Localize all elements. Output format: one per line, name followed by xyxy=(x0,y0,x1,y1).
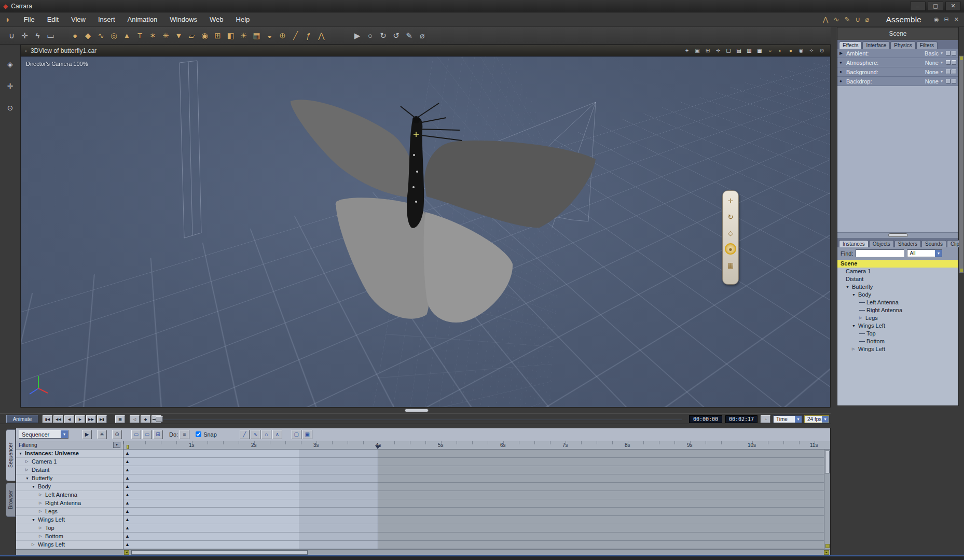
menu-animation[interactable]: Animation xyxy=(121,14,164,25)
snap-checkbox[interactable] xyxy=(196,431,201,437)
keyframe-icon[interactable]: ▲ xyxy=(125,459,130,464)
tree-row[interactable]: Bottom xyxy=(837,338,958,345)
camera-track-icon[interactable]: ✦ xyxy=(683,47,691,55)
pan-nav-icon[interactable]: ✛ xyxy=(4,80,17,92)
paint-shader-icon[interactable]: ▦ xyxy=(725,259,736,271)
smooth-shade-icon[interactable]: ● xyxy=(787,47,795,55)
menu-file[interactable]: File xyxy=(18,14,41,25)
find-input[interactable] xyxy=(856,249,904,257)
linear-tweener-icon[interactable]: ╱ xyxy=(240,430,250,439)
sequencer-mode-dropdown[interactable]: Sequencer ▾ xyxy=(19,430,68,439)
seq-tree-row[interactable]: ▼Wings Left xyxy=(16,516,123,524)
expander-icon[interactable]: ▷ xyxy=(852,347,858,351)
tree-row[interactable]: ▷Legs xyxy=(837,314,958,322)
chevron-down-icon[interactable]: ▾ xyxy=(61,430,68,438)
room-magnet-icon[interactable]: ∪ xyxy=(855,16,860,23)
expander-icon[interactable]: ▼ xyxy=(19,452,25,455)
tab-sequencer[interactable]: Sequencer xyxy=(6,429,16,481)
tree-row[interactable]: Right Antenna xyxy=(837,306,958,314)
animate-button[interactable]: Animate xyxy=(6,415,38,423)
clock-icon[interactable]: ◔ xyxy=(761,415,770,423)
single-pane-icon[interactable]: ▢ xyxy=(724,47,733,55)
menu-view[interactable]: View xyxy=(65,14,92,25)
camera-dolly-icon[interactable]: ✛ xyxy=(714,47,722,55)
expander-icon[interactable]: ▼ xyxy=(852,293,858,297)
eye-preview-icon[interactable]: ◒ xyxy=(263,29,276,42)
spline-object-icon[interactable]: ∿ xyxy=(94,29,107,42)
scroll-right-nub[interactable]: ▸ xyxy=(824,550,829,555)
seq-tree-row[interactable]: ▷Distant xyxy=(16,466,123,474)
grid-toggle-icon[interactable]: ⊞ xyxy=(153,430,163,439)
tree-row[interactable]: ▼Body xyxy=(837,291,958,299)
jump-start-button[interactable]: ▮◀ xyxy=(43,415,52,423)
menu-windows[interactable]: Windows xyxy=(163,14,203,25)
keyframe-icon[interactable]: ▲ xyxy=(125,542,130,547)
track-row[interactable]: ▲ xyxy=(123,541,824,549)
pointer-select-icon[interactable]: ▶ xyxy=(351,29,364,42)
loop-section-icon[interactable]: ▢ xyxy=(292,430,301,439)
chevron-down-icon[interactable]: ▾ xyxy=(113,442,120,448)
playhead-marker[interactable] xyxy=(375,445,380,449)
track-row[interactable]: ▲ xyxy=(123,458,824,466)
four-pane-icon[interactable]: ▦ xyxy=(755,47,764,55)
room-landscape-icon[interactable]: ⋀ xyxy=(823,16,829,23)
seq-tree-row[interactable]: ▷Wings Left xyxy=(16,541,123,549)
seq-tree-row[interactable]: ▷Bottom xyxy=(16,533,123,541)
expander-icon[interactable]: ▷ xyxy=(25,468,32,472)
keyframe-icon[interactable]: ▲ xyxy=(125,509,130,514)
rotate-cw-icon[interactable]: ↻ xyxy=(377,29,390,42)
camera-bank-icon[interactable]: ▣ xyxy=(693,47,701,55)
lightning-tool-icon[interactable]: ϟ xyxy=(31,29,44,42)
step-back-button[interactable]: ◀ xyxy=(64,415,74,423)
track-row[interactable]: ▲ xyxy=(123,499,824,508)
light-object-icon[interactable]: ☀ xyxy=(237,29,250,42)
roller-tool-icon[interactable]: ▭ xyxy=(44,29,57,42)
seq-tree-row[interactable]: ▷Top xyxy=(16,524,123,533)
track-row[interactable]: ▲ xyxy=(123,450,824,458)
menu-edit[interactable]: Edit xyxy=(41,14,65,25)
do-menu-button[interactable]: ≡ xyxy=(180,430,189,439)
scale-tool-icon[interactable]: ◇ xyxy=(725,227,736,239)
visibility-eye-icon[interactable]: ◉ xyxy=(934,16,939,23)
scrollbar-up-nub[interactable] xyxy=(960,57,963,60)
filtering-header[interactable]: Filtering ▾ xyxy=(16,441,123,450)
room-pen-icon[interactable]: ✎ xyxy=(844,16,850,23)
tab-shaders[interactable]: Shaders xyxy=(894,240,921,247)
two-pane-icon[interactable]: ▤ xyxy=(735,47,743,55)
discrete-tweener-icon[interactable]: ∧ xyxy=(272,430,282,439)
lasso-select-icon[interactable]: ○ xyxy=(364,29,377,42)
particles-icon[interactable]: ✶ xyxy=(146,29,159,42)
viewport-header[interactable]: ◦ 3DView of butterfly1.car ✦ ▣ ⊞ ✛ ▢ ▤ ▥… xyxy=(21,45,830,57)
tab-effects[interactable]: Effects xyxy=(839,41,862,49)
terrain-object-icon[interactable]: ⋀ xyxy=(315,29,328,42)
metaball-object-icon[interactable]: ◉ xyxy=(198,29,211,42)
timeline-tracks[interactable]: 1s 2s 3s 4s 5s 6s 7s 8s 9s 10s 11s ▲ ▲ ▲… xyxy=(123,441,830,549)
property-row-backdrop[interactable]: ● Backdrop: None ▾ xyxy=(837,77,958,86)
plane-object-icon[interactable]: ▱ xyxy=(185,29,198,42)
texture-shade-icon[interactable]: ◉ xyxy=(797,47,805,55)
step-forward-button[interactable]: ▶▶ xyxy=(86,415,96,423)
menu-help[interactable]: Help xyxy=(230,14,256,25)
mini-option-button[interactable] xyxy=(946,79,951,83)
keyframe-icon[interactable]: ▲ xyxy=(125,475,130,481)
seq-tree-row[interactable]: ▷Camera 1 xyxy=(16,458,123,466)
pen-edit-icon[interactable]: ✎ xyxy=(403,29,416,42)
flat-shade-icon[interactable]: ◐ xyxy=(776,47,784,55)
measure-icon[interactable]: ⌀ xyxy=(416,29,429,42)
needle-helper-icon[interactable]: ╱ xyxy=(289,29,302,42)
add-keyframe-button[interactable]: ◆ xyxy=(141,415,150,423)
vertex-object-icon[interactable]: ◆ xyxy=(81,29,94,42)
zoom-nav-icon[interactable]: ⊙ xyxy=(4,102,17,114)
track-vertical-scrollbar[interactable] xyxy=(824,450,830,549)
scrollbar-down-nub[interactable] xyxy=(825,544,830,548)
seq-tree-row[interactable]: ▷Right Antenna xyxy=(16,499,123,508)
expander-icon[interactable]: ▷ xyxy=(39,534,45,538)
scrollbar-down-nub[interactable] xyxy=(960,269,963,272)
zoom-view-icon[interactable]: ⊙ xyxy=(818,47,826,55)
bezier-tweener-icon[interactable]: ∩ xyxy=(261,430,271,439)
chevron-down-icon[interactable]: ▾ xyxy=(941,79,943,83)
viewport-canvas[interactable]: Director's Camera 100% ✛ ↻ ◇ ● ▦ xyxy=(21,57,830,407)
expander-icon[interactable]: ▷ xyxy=(39,501,45,505)
tree-row[interactable]: Camera 1 xyxy=(837,268,958,275)
current-time-display[interactable]: 00:00:00 xyxy=(689,415,722,423)
